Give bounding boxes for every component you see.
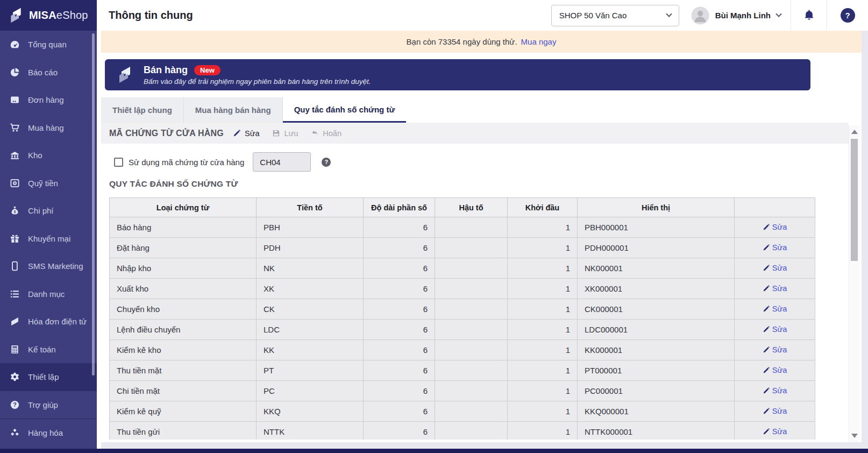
row-edit-button[interactable]: Sửa (763, 243, 787, 252)
calculator-icon (9, 344, 20, 355)
content-scrollbar-thumb[interactable] (851, 139, 858, 261)
sidebar-item-sms-marketing[interactable]: SMS Marketing (0, 252, 97, 280)
row-edit-button[interactable]: Sửa (763, 345, 787, 354)
row-edit-button[interactable]: Sửa (763, 325, 787, 334)
sidebar-item-label: Mua hàng (28, 123, 64, 132)
money-bag-icon: $ (9, 206, 20, 216)
row-edit-label: Sửa (772, 325, 787, 334)
user-menu[interactable]: Bùi Mạnh Linh (691, 6, 781, 25)
table-row: Lệnh điều chuyểnLDC61LDC000001Sửa (110, 320, 815, 340)
notifications-button[interactable] (791, 0, 827, 31)
row-edit-button[interactable]: Sửa (763, 427, 787, 436)
help-button[interactable]: ? (827, 0, 868, 31)
row-edit-button[interactable]: Sửa (763, 386, 787, 395)
content-scrollbar[interactable] (849, 125, 859, 442)
sidebar-scrollbar-thumb[interactable] (92, 33, 95, 376)
row-edit-button[interactable]: Sửa (763, 366, 787, 374)
store-code-input[interactable] (253, 152, 311, 172)
sidebar-item-tong-quan[interactable]: Tổng quan (0, 31, 97, 59)
brand-name: MISAeShop (29, 9, 88, 22)
pencil-icon (763, 285, 770, 292)
promo-subtitle: Bấm vào đây để trải nghiệm ngay phiên bả… (144, 77, 371, 86)
sidebar-item-mua-hang[interactable]: Mua hàng (0, 114, 97, 142)
display-cell: KKQ000001 (578, 401, 735, 422)
sidebar-item-label: Quỹ tiền (28, 179, 58, 188)
undo-icon (311, 129, 319, 137)
save-icon (272, 129, 280, 137)
row-edit-label: Sửa (772, 366, 787, 374)
edit-button[interactable]: Sửa (233, 129, 259, 138)
row-edit-button[interactable]: Sửa (763, 284, 787, 293)
scroll-down-arrow-icon[interactable] (851, 434, 858, 438)
display-cell: PC000001 (578, 381, 735, 401)
row-edit-button[interactable]: Sửa (763, 264, 787, 272)
help-icon: ? (9, 399, 20, 410)
sidebar-item-ke-toan[interactable]: Kế toán (0, 336, 97, 364)
sidebar-item-thiet-lap[interactable]: Thiết lập (0, 363, 97, 391)
display-cell: PDH000001 (578, 238, 735, 258)
sidebar-item-tro-giup[interactable]: ?Trợ giúp (0, 391, 97, 419)
prefix-cell: XK (257, 279, 364, 299)
use-store-code-checkbox[interactable] (114, 158, 123, 167)
sidebar-item-khuyen-mai[interactable]: Khuyến mại (0, 225, 97, 253)
promo-title: Bán hàng (144, 65, 188, 76)
row-actions-cell: Sửa (735, 238, 815, 258)
row-edit-button[interactable]: Sửa (763, 223, 787, 231)
buy-now-link[interactable]: Mua ngay (521, 37, 557, 46)
doc-type-cell: Xuất kho (110, 279, 257, 299)
sidebar-item-hoa-don-dien-tu[interactable]: Hóa đơn điện tử (0, 308, 97, 336)
safe-icon (9, 178, 20, 188)
tab-quy-tac-danh-so-chung-tu[interactable]: Quy tắc đánh số chứng từ (283, 97, 407, 123)
row-edit-button[interactable]: Sửa (763, 407, 787, 415)
sidebar-item-kho[interactable]: Kho (0, 141, 97, 169)
right-rail (862, 31, 868, 449)
doc-type-cell: Báo hàng (110, 217, 257, 238)
sidebar-item-don-hang[interactable]: Đơn hàng (0, 86, 97, 114)
undo-button[interactable]: Hoãn (311, 129, 341, 138)
suffix-cell (435, 381, 508, 401)
sidebar-item-hang-hoa[interactable]: Hàng hóa (0, 419, 97, 447)
suffix-cell (435, 320, 508, 340)
sidebar-item-danh-muc[interactable]: Danh mục (0, 280, 97, 308)
column-header-number-length: Độ dài phần số (364, 198, 435, 217)
row-actions-cell: Sửa (735, 360, 815, 381)
display-cell: CK000001 (578, 299, 735, 320)
sidebar-nav: Tổng quanBáo cáoĐơn hàngMua hàngKhoQuỹ t… (0, 31, 97, 447)
row-actions-cell: Sửa (735, 299, 815, 320)
save-button[interactable]: Lưu (272, 129, 298, 138)
display-cell: PBH000001 (578, 217, 735, 238)
sidebar-item-quy-tien[interactable]: Quỹ tiền (0, 169, 97, 197)
tab-mua-hang-ban-hang[interactable]: Mua hàng bán hàng (184, 97, 283, 123)
doc-type-cell: Kiểm kê quỹ (110, 401, 257, 422)
e-invoice-icon (9, 316, 20, 327)
display-cell: KK000001 (578, 340, 735, 360)
goods-icon (9, 427, 20, 438)
start-cell: 1 (508, 340, 578, 360)
sidebar-item-chi-phi[interactable]: $Chi phí (0, 197, 97, 225)
save-button-label: Lưu (284, 129, 298, 138)
tab-thiet-lap-chung[interactable]: Thiết lập chung (101, 97, 184, 123)
sidebar-item-label: Chi phí (28, 206, 54, 215)
topbar-right: SHOP 50 Văn Cao Bùi Mạnh Linh (551, 0, 868, 31)
shop-selector[interactable]: SHOP 50 Văn Cao (551, 5, 679, 26)
scroll-up-arrow-icon[interactable] (851, 130, 858, 134)
display-cell: LDC000001 (578, 320, 735, 340)
prefix-cell: PT (257, 360, 364, 381)
column-header-display: Hiển thị (578, 198, 735, 217)
row-edit-button[interactable]: Sửa (763, 305, 787, 313)
number-length-cell: 6 (364, 360, 435, 381)
sidebar-item-bao-cao[interactable]: Báo cáo (0, 59, 97, 87)
dashboard-icon (9, 39, 20, 50)
table-row: Xuất khoXK61XK000001Sửa (110, 279, 815, 299)
phone-icon (9, 261, 20, 272)
start-cell: 1 (508, 217, 578, 238)
app-logo[interactable]: MISAeShop (0, 0, 97, 31)
sales-promo-banner[interactable]: Bán hàng New Bấm vào đây để trải nghiệm … (105, 59, 810, 90)
gift-icon (9, 233, 20, 244)
row-actions-cell: Sửa (735, 340, 815, 360)
sidebar-item-label: Kho (28, 151, 42, 160)
prefix-cell: KKQ (257, 401, 364, 422)
chevron-down-icon (775, 11, 781, 17)
pencil-icon (763, 305, 770, 313)
number-length-cell: 6 (364, 217, 435, 238)
